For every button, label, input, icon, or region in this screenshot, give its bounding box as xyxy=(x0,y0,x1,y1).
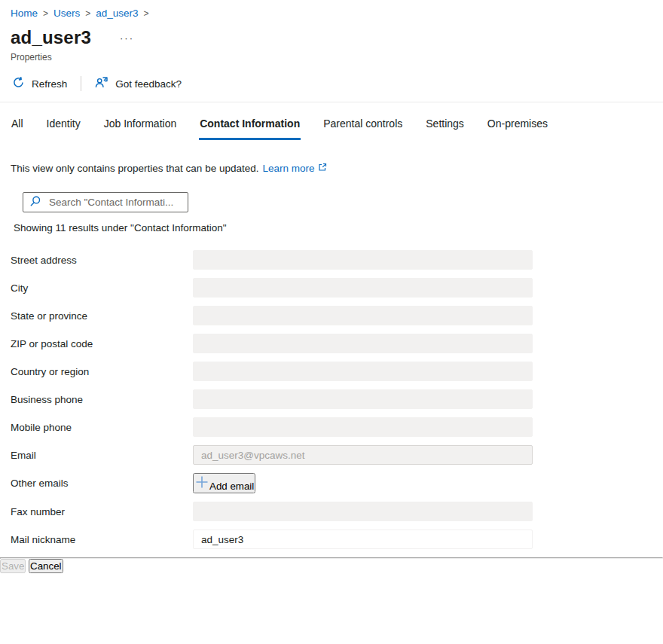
breadcrumb-chevron-icon: > xyxy=(43,8,48,19)
zip-or-postal-code-field xyxy=(193,334,533,353)
form-row-zip-or-postal-code: ZIP or postal code xyxy=(11,334,663,353)
tab-job-information[interactable]: Job Information xyxy=(103,118,178,140)
footer: Save Cancel xyxy=(0,559,663,573)
tab-identity[interactable]: Identity xyxy=(46,118,81,140)
more-options-button[interactable]: ··· xyxy=(118,30,136,46)
breadcrumb: Home>Users>ad_user3> xyxy=(0,0,663,19)
tab-bar: AllIdentityJob InformationContact Inform… xyxy=(0,118,663,140)
form-row-email: Email xyxy=(11,445,663,465)
search-input[interactable] xyxy=(49,197,182,208)
tab-parental-controls[interactable]: Parental controls xyxy=(322,118,403,140)
form-row-fax-number: Fax number xyxy=(11,502,663,521)
external-link-icon xyxy=(318,163,327,174)
country-or-region-label: Country or region xyxy=(11,366,193,377)
results-summary: Showing 11 results under "Contact Inform… xyxy=(14,222,663,233)
search-box[interactable] xyxy=(23,192,188,212)
state-or-province-label: State or province xyxy=(11,310,193,322)
fax-number-field xyxy=(193,502,533,521)
command-bar: Refresh Got feedback? xyxy=(0,72,663,95)
refresh-button[interactable]: Refresh xyxy=(12,76,67,91)
mail-nickname-field[interactable] xyxy=(193,530,533,549)
contact-information-form: Street addressCityState or provinceZIP o… xyxy=(0,250,663,549)
business-phone-label: Business phone xyxy=(11,394,193,405)
breadcrumb-chevron-icon: > xyxy=(85,8,90,19)
form-row-mobile-phone: Mobile phone xyxy=(11,417,663,437)
country-or-region-field xyxy=(193,362,533,381)
tab-on-premises[interactable]: On-premises xyxy=(487,118,548,140)
tab-all[interactable]: All xyxy=(11,118,24,140)
street-address-field xyxy=(193,250,533,270)
fax-number-label: Fax number xyxy=(11,506,193,517)
mail-nickname-label: Mail nickname xyxy=(11,534,193,545)
email-label: Email xyxy=(11,450,193,461)
form-row-city: City xyxy=(11,278,663,298)
refresh-icon xyxy=(12,76,25,91)
mobile-phone-label: Mobile phone xyxy=(11,422,193,433)
other-emails-label: Other emails xyxy=(11,478,193,489)
page-subtitle: Properties xyxy=(0,52,663,63)
feedback-label: Got feedback? xyxy=(115,78,182,90)
tab-settings[interactable]: Settings xyxy=(425,118,465,140)
feedback-button[interactable]: Got feedback? xyxy=(95,76,182,91)
add-email-label: Add email xyxy=(209,481,254,492)
feedback-person-icon xyxy=(95,76,108,91)
page-header: ad_user3 ··· xyxy=(0,27,663,48)
mobile-phone-field xyxy=(193,417,533,437)
learn-more-link[interactable]: Learn more xyxy=(262,163,326,174)
toolbar-rule xyxy=(0,102,663,102)
tab-contact-information[interactable]: Contact Information xyxy=(199,118,301,140)
refresh-label: Refresh xyxy=(32,78,67,90)
notice-text: This view only contains properties that … xyxy=(11,163,258,174)
breadcrumb-link-ad-user3[interactable]: ad_user3 xyxy=(96,8,138,19)
form-row-country-or-region: Country or region xyxy=(11,362,663,381)
add-email-button[interactable]: Add email xyxy=(193,473,255,493)
form-row-business-phone: Business phone xyxy=(11,389,663,409)
business-phone-field xyxy=(193,389,533,409)
zip-or-postal-code-label: ZIP or postal code xyxy=(11,338,193,349)
breadcrumb-chevron-icon: > xyxy=(144,8,149,19)
state-or-province-field xyxy=(193,306,533,325)
toolbar-divider xyxy=(81,76,81,91)
city-field xyxy=(193,278,533,298)
breadcrumb-link-users[interactable]: Users xyxy=(53,8,80,19)
form-row-state-or-province: State or province xyxy=(11,306,663,325)
save-button[interactable]: Save xyxy=(0,559,26,573)
street-address-label: Street address xyxy=(11,255,193,266)
learn-more-label: Learn more xyxy=(262,163,314,174)
form-row-mail-nickname: Mail nickname xyxy=(11,530,663,549)
cancel-button[interactable]: Cancel xyxy=(29,559,63,573)
email-field xyxy=(193,445,533,465)
form-row-other-emails: Other emailsAdd email xyxy=(11,473,663,493)
add-plus-icon xyxy=(194,481,209,492)
breadcrumb-link-home[interactable]: Home xyxy=(11,8,38,19)
search-icon xyxy=(29,195,41,209)
city-label: City xyxy=(11,282,193,294)
info-notice: This view only contains properties that … xyxy=(0,163,663,174)
page-title: ad_user3 xyxy=(11,27,91,48)
form-row-street-address: Street address xyxy=(11,250,663,270)
